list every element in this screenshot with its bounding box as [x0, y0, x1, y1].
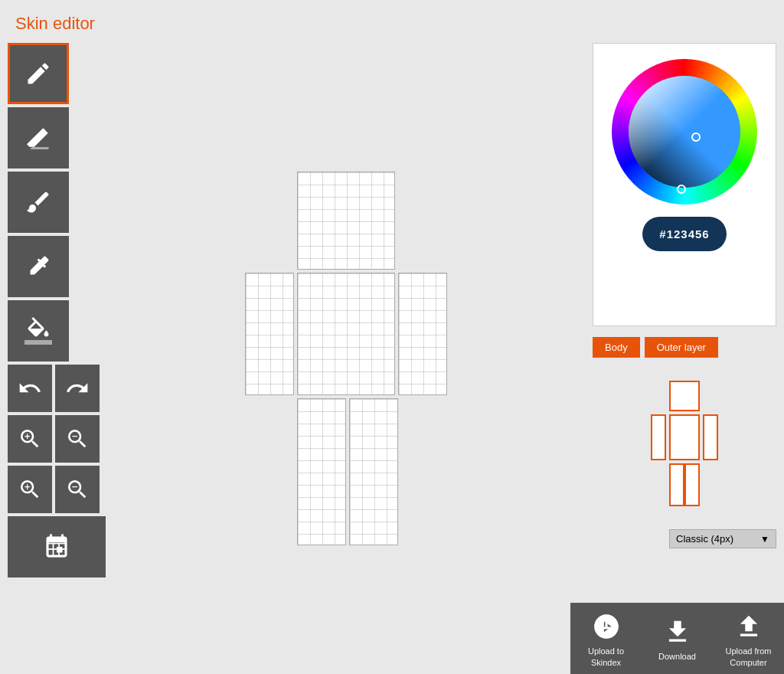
- skin-arm-left[interactable]: [245, 273, 294, 395]
- color-gradient[interactable]: [629, 76, 740, 188]
- color-picker-box: #123456: [593, 43, 776, 326]
- download-icon: [663, 617, 692, 646]
- zoom-in-button[interactable]: [8, 466, 52, 513]
- mini-right-leg: [684, 463, 700, 506]
- toolbar: [0, 43, 107, 667]
- skin-type-label: Classic (4px): [676, 533, 733, 545]
- zoom-in-selection-icon: [18, 427, 42, 451]
- color-cursor[interactable]: [691, 133, 701, 142]
- zoom-out-selection-button[interactable]: [55, 415, 100, 463]
- outer-layer-tab[interactable]: Outer layer: [645, 337, 718, 358]
- skin-view-button[interactable]: [8, 516, 106, 577]
- undo-icon: [18, 376, 42, 401]
- mini-left-arm: [651, 414, 666, 460]
- color-gradient-area[interactable]: [629, 76, 740, 188]
- mini-skin-preview: [593, 365, 776, 519]
- mini-right-arm: [703, 414, 718, 460]
- bottom-action-bar: Upload toSkindex Download Upload fromCom…: [570, 603, 784, 674]
- zoom-in-icon: [18, 477, 42, 502]
- mini-head: [669, 381, 700, 411]
- paint-brush-tool[interactable]: [8, 172, 69, 233]
- upload-from-computer-button[interactable]: Upload fromComputer: [713, 603, 784, 674]
- page-title: Skin editor: [0, 0, 784, 43]
- fill-icon: [24, 317, 52, 345]
- zoom-in-selection-button[interactable]: [8, 415, 52, 463]
- chevron-down-icon: ▼: [760, 534, 769, 545]
- paint-brush-icon: [24, 188, 52, 216]
- zoom-out-selection-icon: [65, 427, 90, 451]
- upload-to-skindex-button[interactable]: Upload toSkindex: [570, 603, 642, 674]
- mini-body: [669, 414, 700, 460]
- skin-leg-right[interactable]: [349, 398, 398, 545]
- hue-cursor[interactable]: [677, 185, 686, 194]
- skin-type-dropdown[interactable]: Classic (4px) ▼: [669, 529, 776, 548]
- skindex-icon: [592, 612, 621, 641]
- skin-leg-left[interactable]: [297, 398, 346, 545]
- hex-color-display[interactable]: #123456: [642, 217, 727, 251]
- mini-skin: [639, 381, 730, 503]
- pencil-tool[interactable]: [8, 43, 69, 104]
- zoom-selection-row: [8, 415, 100, 463]
- eraser-tool[interactable]: [8, 107, 69, 168]
- zoom-row: [8, 466, 100, 513]
- skin-body[interactable]: [297, 273, 395, 395]
- skin-arm-right[interactable]: [398, 273, 447, 395]
- download-button[interactable]: Download: [642, 603, 713, 674]
- redo-icon: [65, 376, 90, 401]
- canvas-area[interactable]: [107, 43, 585, 667]
- fill-tool[interactable]: [8, 300, 69, 362]
- skin-view-icon: [43, 533, 70, 561]
- undo-button[interactable]: [8, 365, 52, 412]
- upload-to-skindex-label: Upload toSkindex: [588, 646, 624, 668]
- skin-canvas[interactable]: [224, 172, 469, 539]
- undo-redo-row: [8, 365, 100, 412]
- right-panel: #123456 Body Outer layer: [585, 43, 784, 667]
- redo-button[interactable]: [55, 365, 100, 412]
- layer-tabs: Body Outer layer: [593, 337, 776, 358]
- zoom-out-icon: [65, 477, 90, 502]
- color-wheel-container[interactable]: [612, 59, 757, 204]
- skin-head[interactable]: [297, 172, 395, 270]
- upload-icon: [734, 612, 763, 641]
- download-label: Download: [658, 651, 696, 662]
- eyedropper-icon: [24, 253, 52, 280]
- zoom-out-button[interactable]: [55, 466, 100, 513]
- pencil-icon: [24, 60, 52, 87]
- eraser-icon: [24, 124, 52, 152]
- mini-left-leg: [669, 463, 684, 506]
- body-tab[interactable]: Body: [593, 337, 640, 358]
- upload-from-computer-label: Upload fromComputer: [726, 646, 772, 668]
- eyedropper-tool[interactable]: [8, 236, 69, 297]
